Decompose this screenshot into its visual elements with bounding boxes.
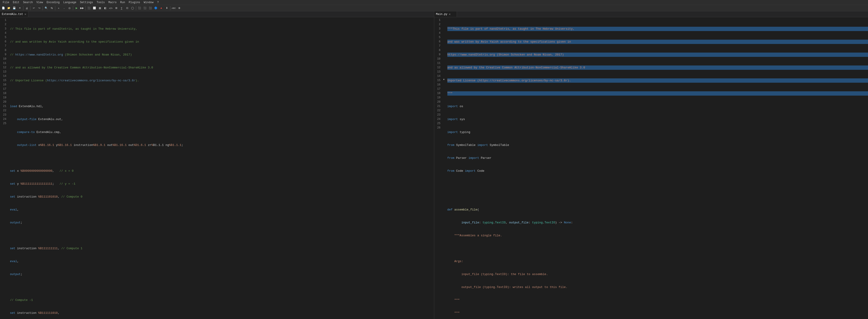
- toolbar: 📄 📁 💾 ✕ 🖨 ↩ ↪ 🔍 ⇆ + - ◎ ▶ ▶▶ ⬛ ⬜ ▦ ◧ </>…: [0, 5, 868, 11]
- misc-btn16[interactable]: ABC: [171, 6, 176, 11]
- rln-1: 1: [434, 18, 442, 23]
- left-tab-bar: ExtendAlu.tst ✕: [0, 11, 434, 17]
- misc-btn15[interactable]: ⬇: [164, 6, 169, 11]
- fold-25: [442, 121, 445, 125]
- menu-bar: File Edit Search View Encoding Language …: [0, 0, 868, 5]
- misc-btn3[interactable]: ▦: [97, 6, 102, 11]
- left-tab[interactable]: ExtendAlu.tst ✕: [0, 11, 28, 17]
- close-btn[interactable]: ✕: [17, 6, 22, 11]
- print-btn[interactable]: 🖨: [24, 6, 29, 11]
- misc-btn14[interactable]: 🔺: [159, 6, 164, 11]
- rln-2: 2: [434, 23, 442, 27]
- rln-16: 16: [434, 83, 442, 87]
- right-tab[interactable]: Main.py ✕: [434, 11, 457, 17]
- rln-15: 15: [434, 78, 442, 83]
- right-code-container[interactable]: 1 2 3 4 5 6 7 8 9 10 11 12 13 14 15 16 1…: [434, 17, 868, 319]
- ln-14: 14: [0, 74, 8, 78]
- right-line-14: [447, 195, 868, 199]
- rln-18: 18: [434, 91, 442, 96]
- find-btn[interactable]: 🔍: [44, 6, 49, 11]
- menu-file[interactable]: File: [1, 0, 11, 5]
- left-code-content[interactable]: // This file is part of nand2tetris, as …: [8, 17, 434, 319]
- misc-btn10[interactable]: ⬛: [137, 6, 142, 11]
- right-code-content[interactable]: """This file is part of nand2tetris, as …: [445, 17, 868, 319]
- fold-17: [442, 86, 445, 90]
- ln-1: 1: [0, 18, 8, 23]
- rln-4: 4: [434, 31, 442, 35]
- menu-help[interactable]: ?: [155, 0, 161, 5]
- ln-7: 7: [0, 44, 8, 48]
- left-line-10: output-list x%B1.16.1 y%B1.16.1 instruct…: [10, 143, 434, 147]
- rln-3: 3: [434, 27, 442, 31]
- new-file-btn[interactable]: 📄: [1, 6, 6, 11]
- misc-btn6[interactable]: ⊞: [114, 6, 119, 11]
- right-line-20: input_file (typing.TextIO): the file to …: [447, 272, 868, 277]
- right-line-3: https://www.nand2tetris.org (Shimon Scho…: [447, 53, 868, 57]
- misc-btn17[interactable]: ⊕: [177, 6, 182, 11]
- zoomout-btn[interactable]: -: [62, 6, 67, 11]
- misc-btn2[interactable]: ⬜: [92, 6, 97, 11]
- redo-btn[interactable]: ↪: [37, 6, 42, 11]
- misc-btn8[interactable]: ⊡: [125, 6, 130, 11]
- misc-btn9[interactable]: ◯: [130, 6, 135, 11]
- right-line-8: import sys: [447, 117, 868, 122]
- right-line-5: Unported License (https://creativecommon…: [447, 78, 868, 83]
- right-line-15: def assemble_file(: [447, 208, 868, 212]
- undo-btn[interactable]: ↩: [31, 6, 36, 11]
- misc-btn5[interactable]: </>: [108, 6, 113, 11]
- menu-macro[interactable]: Macro: [107, 0, 119, 5]
- rln-25: 25: [434, 122, 442, 126]
- left-line-2: // and was written by Aviv Yaish accordi…: [10, 40, 434, 44]
- findreplace-btn[interactable]: ⇆: [49, 6, 54, 11]
- zoom-restore-btn[interactable]: ◎: [67, 6, 72, 11]
- menu-encoding[interactable]: Encoding: [45, 0, 62, 5]
- menu-settings[interactable]: Settings: [78, 0, 95, 5]
- menu-tools[interactable]: Tools: [95, 0, 106, 5]
- fold-20: [442, 99, 445, 103]
- rln-26: 26: [434, 126, 442, 130]
- right-line-11: from Parser import Parser: [447, 156, 868, 160]
- menu-search[interactable]: Search: [21, 0, 35, 5]
- rln-23: 23: [434, 113, 442, 117]
- left-line-19: eval,: [10, 259, 434, 263]
- left-tab-close[interactable]: ✕: [25, 13, 26, 16]
- ln-20: 20: [0, 100, 8, 104]
- run-btn2[interactable]: ▶▶: [80, 6, 85, 11]
- menu-edit[interactable]: Edit: [11, 0, 21, 5]
- left-line-14: set instruction %B111101010, // Compute …: [10, 195, 434, 199]
- ln-4: 4: [0, 31, 8, 35]
- ln-16: 16: [0, 83, 8, 87]
- right-line-19: Args:: [447, 259, 868, 263]
- right-tab-close[interactable]: ✕: [449, 13, 451, 16]
- fold-14: [442, 73, 445, 77]
- sep2: [30, 6, 30, 10]
- fold-3: [442, 26, 445, 30]
- menu-window[interactable]: Window: [142, 0, 155, 5]
- menu-view[interactable]: View: [35, 0, 45, 5]
- right-line-1: """This file is part of nand2tetris, as …: [447, 27, 868, 31]
- misc-btn4[interactable]: ◧: [103, 6, 108, 11]
- menu-plugins[interactable]: Plugins: [127, 0, 142, 5]
- misc-btn11[interactable]: ⬛: [143, 6, 148, 11]
- left-line-5: // Unported License (https://creativecom…: [10, 78, 434, 83]
- rln-14: 14: [434, 74, 442, 78]
- menu-language[interactable]: Language: [61, 0, 78, 5]
- right-line-numbers: 1 2 3 4 5 6 7 8 9 10 11 12 13 14 15 16 1…: [434, 17, 442, 319]
- save-btn[interactable]: 💾: [12, 6, 17, 11]
- right-line-17: """Assembles a single file.: [447, 233, 868, 238]
- misc-btn7[interactable]: ∑: [119, 6, 124, 11]
- sep4: [55, 6, 55, 10]
- run-btn[interactable]: ▶: [74, 6, 79, 11]
- misc-btn12[interactable]: ⬛: [148, 6, 153, 11]
- zoomin-btn[interactable]: +: [56, 6, 61, 11]
- rln-6: 6: [434, 40, 442, 44]
- misc-btn1[interactable]: ⬛: [87, 6, 92, 11]
- misc-btn13[interactable]: 🔵: [153, 6, 158, 11]
- open-file-btn[interactable]: 📁: [6, 6, 11, 11]
- left-line-21: [10, 285, 434, 289]
- fold-16: [442, 82, 445, 86]
- menu-run[interactable]: Run: [119, 0, 127, 5]
- rln-24: 24: [434, 117, 442, 122]
- left-code-container[interactable]: 1 2 3 4 5 6 7 8 9 10 11 12 13 14 15 16 1…: [0, 17, 434, 319]
- fold-15[interactable]: ▼: [442, 77, 445, 82]
